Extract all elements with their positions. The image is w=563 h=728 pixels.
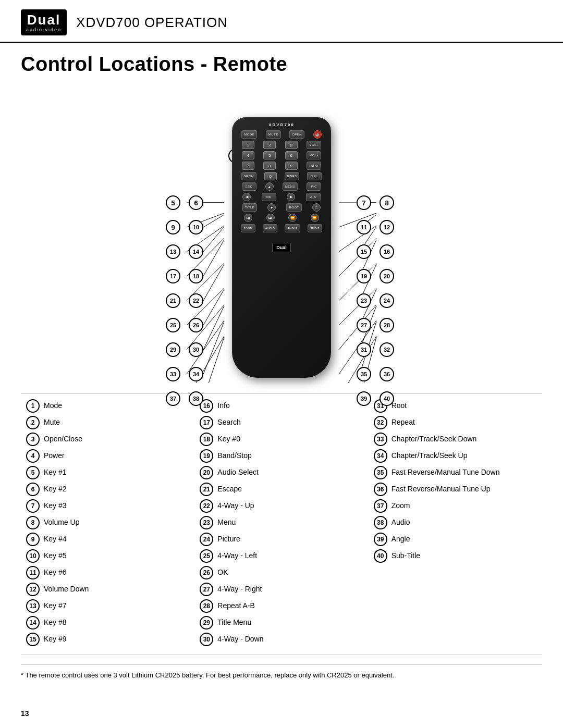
- remote-brand: Dual: [232, 242, 331, 252]
- callout-13: 13: [166, 244, 180, 259]
- legend-item: 3Open/Close: [26, 433, 189, 446]
- legend-item: 2Mute: [26, 416, 189, 429]
- remote-row-4: 7 8 9 INFO: [237, 162, 326, 170]
- callout-10: 10: [189, 220, 203, 235]
- callout-35: 35: [357, 367, 371, 381]
- btn-7: 7: [242, 162, 254, 170]
- vol-down-btn: VOL-: [307, 151, 321, 159]
- legend-item: 19Band/Stop: [200, 449, 363, 463]
- legend-item: 11Key #6: [26, 566, 189, 579]
- menu-btn: MENU: [283, 182, 298, 191]
- legend-item: 29Title Menu: [200, 616, 363, 630]
- brand-logo: Dual audio·video: [21, 9, 67, 35]
- remote-control: XDVD700 MODE MUTE OPEN ⏻ 1 2 3 VOL+: [232, 117, 331, 378]
- callout-30: 30: [189, 342, 203, 357]
- legend-item: 31Root: [374, 399, 537, 413]
- legend-label: Power: [44, 451, 65, 461]
- prev-btn: ⏮: [244, 214, 252, 222]
- legend-item: 34Chapter/Track/Seek Up: [374, 449, 537, 463]
- legend-label: Mode: [44, 401, 62, 411]
- legend-num: 23: [200, 516, 213, 529]
- callout-20: 20: [380, 269, 394, 283]
- svg-line-22: [339, 263, 376, 301]
- callout-14: 14: [189, 244, 203, 259]
- callout-23: 23: [357, 293, 371, 308]
- root-btn: ROOT: [286, 203, 301, 212]
- remote-row-9: ⏮ ⏭ ⏪ ⏩: [237, 214, 326, 222]
- remote-row-10: ZOOM AUDIO ANGLE SUB-T: [237, 224, 326, 232]
- legend-item: 17Search: [200, 416, 363, 429]
- legend-num: 29: [200, 616, 213, 630]
- legend-label: Volume Down: [44, 584, 89, 595]
- ab-btn: A-B: [306, 193, 321, 201]
- legend-label: Key #4: [44, 534, 67, 545]
- legend-num: 27: [200, 583, 213, 596]
- legend-num: 25: [200, 549, 213, 563]
- svg-line-18: [339, 238, 376, 276]
- audio-btn: AUDIO: [263, 224, 277, 232]
- legend-num: 32: [374, 416, 387, 429]
- zoom-btn: ZOOM: [241, 224, 255, 232]
- legend-label: Key #2: [44, 484, 67, 495]
- legend-label: Volume Up: [44, 517, 79, 528]
- legend-item: 10Key #5: [26, 549, 189, 563]
- legend-label: Info: [217, 401, 229, 411]
- up-btn: ▲: [265, 182, 274, 191]
- legend-item: 14Key #8: [26, 616, 189, 630]
- legend-item: 21Escape: [200, 483, 363, 496]
- legend-label: Search: [217, 417, 240, 428]
- legend-label: Key #9: [44, 634, 67, 645]
- legend-label: Audio: [391, 517, 410, 528]
- btn-5: 5: [263, 151, 276, 159]
- remote-model-label: XDVD700: [232, 117, 331, 127]
- legend-label: Repeat: [391, 417, 415, 428]
- mute-btn: MUTE: [266, 130, 281, 139]
- legend-label: Key #1: [44, 467, 67, 478]
- legend-item: 5Key #1: [26, 466, 189, 479]
- esc-btn: ESC: [242, 182, 256, 191]
- power-btn: ⏻: [313, 130, 322, 139]
- header: Dual audio·video XDVD700 OPERATION: [0, 0, 563, 43]
- callout-5: 5: [166, 195, 180, 210]
- legend-num: 38: [374, 516, 387, 529]
- legend-num: 39: [374, 533, 387, 546]
- logo-subtext: audio·video: [26, 28, 62, 33]
- next-btn: ⏭: [266, 214, 275, 222]
- legend-label: Open/Close: [44, 434, 82, 445]
- legend-item: 4Power: [26, 449, 189, 463]
- right-btn: ▶: [287, 193, 295, 201]
- legend-label: Zoom: [391, 501, 410, 511]
- callout-24: 24: [380, 293, 394, 308]
- legend-num: 33: [374, 433, 387, 446]
- logo-text: Dual: [27, 13, 60, 28]
- page-title: Control Locations - Remote: [0, 43, 563, 81]
- legend-num: 11: [26, 566, 40, 579]
- remote-row-8: TITLE ▼ ROOT □: [237, 203, 326, 212]
- remote-row-2: 1 2 3 VOL+: [237, 141, 326, 149]
- subt-btn: SUB-T: [308, 224, 322, 232]
- legend-item: 1Mode: [26, 399, 189, 413]
- legend-num: 30: [200, 633, 213, 646]
- rwd-btn: ⏪: [288, 214, 297, 222]
- legend-num: 14: [26, 616, 40, 630]
- legend-label: Menu: [217, 517, 236, 528]
- callout-29: 29: [166, 342, 180, 357]
- legend-num: 26: [200, 566, 213, 579]
- legend-label: Key #3: [44, 501, 67, 511]
- mode-btn: MODE: [241, 130, 257, 139]
- legend-label: Chapter/Track/Seek Down: [391, 434, 477, 445]
- callout-11: 11: [357, 220, 371, 235]
- legend-num: 10: [26, 549, 40, 563]
- legend-num: 8: [26, 516, 40, 529]
- pic-btn: PIC: [307, 182, 321, 191]
- legend-num: 1: [26, 399, 40, 413]
- legend-num: 4: [26, 449, 40, 463]
- callout-36: 36: [380, 367, 394, 381]
- legend-item: 24Picture: [200, 533, 363, 546]
- info-btn: INFO: [307, 162, 321, 170]
- legend-num: 9: [26, 533, 40, 546]
- legend-item: 33Chapter/Track/Seek Down: [374, 433, 537, 446]
- legend-num: 18: [200, 433, 213, 446]
- callout-18: 18: [189, 269, 203, 283]
- legend-item: 304-Way - Down: [200, 633, 363, 646]
